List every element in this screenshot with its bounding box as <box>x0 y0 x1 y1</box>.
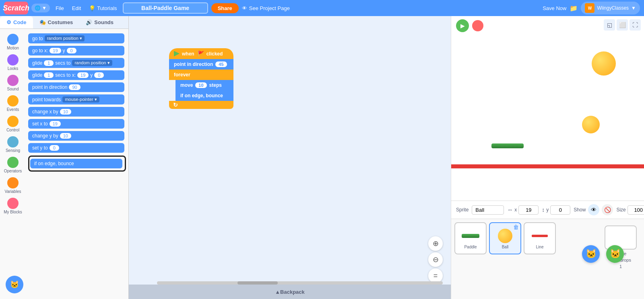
if-edge-bounce-ws-block[interactable]: if on edge, bounce <box>175 90 233 101</box>
y-label: y <box>546 207 549 213</box>
block-glide-random[interactable]: glide 1 secs to random position ▾ <box>28 58 124 68</box>
line-image <box>532 235 548 237</box>
project-title-input[interactable] <box>123 2 208 14</box>
paddle-image <box>462 234 479 238</box>
block-point-towards[interactable]: point towards mouse-pointer ▾ <box>28 94 124 104</box>
x-coord-group: ↔ x <box>507 205 539 215</box>
tab-costumes[interactable]: 🎭 Costumes <box>33 16 80 29</box>
show-eye-button[interactable]: 👁 <box>588 204 599 215</box>
globe-button[interactable]: 🌐 ▼ <box>31 4 50 12</box>
block-point-direction[interactable]: point in direction 90 <box>28 82 124 92</box>
category-myblocks[interactable]: My Blocks <box>1 196 25 216</box>
glide-random-dropdown[interactable]: random position ▾ <box>72 60 112 66</box>
backdrop-icon: 🐱 <box>610 250 621 258</box>
x-arrows-icon: ↔ <box>507 207 513 213</box>
green-flag-button[interactable]: ▶ <box>456 19 469 32</box>
block-set-x[interactable]: set x to 19 <box>28 119 124 129</box>
paddle-name: Paddle <box>464 245 477 249</box>
category-control[interactable]: Control <box>1 114 25 134</box>
sprite-tile-line[interactable]: Line <box>524 222 556 254</box>
block-change-x[interactable]: change x by 10 <box>28 107 124 117</box>
block-set-y[interactable]: set y to 0 <box>28 143 124 153</box>
code-icon: ⚙ <box>6 19 11 25</box>
block-edge-bounce[interactable]: if on edge, bounce <box>30 159 122 168</box>
add-backdrop-button[interactable]: 🐱 <box>606 245 624 263</box>
top-nav: Scratch 🌐 ▼ File Edit 💡 Tutorials Share … <box>0 0 644 16</box>
bottom-nav: 🐱 <box>6 276 23 293</box>
move-steps-block[interactable]: move 10 steps <box>175 80 233 90</box>
category-motion[interactable]: Motion <box>1 32 25 52</box>
backdrops-count: 1 <box>619 264 622 269</box>
code-area[interactable]: when 🚩 clicked point in direction 45 for… <box>129 16 451 299</box>
ball-delete-icon[interactable]: 🗑 <box>513 224 519 230</box>
stop-button[interactable] <box>472 20 483 31</box>
paddle-sprite-preview <box>491 143 524 148</box>
ball-sprite-main <box>582 116 600 133</box>
sprite-name-input[interactable] <box>472 205 504 215</box>
line-thumb <box>531 228 549 244</box>
category-looks[interactable]: Looks <box>1 53 25 72</box>
forever-block[interactable]: forever <box>169 70 233 80</box>
myblocks-label: My Blocks <box>4 210 22 214</box>
hide-eye-button[interactable]: 🚫 <box>602 204 613 215</box>
random-position-dropdown[interactable]: random position ▾ <box>45 35 85 41</box>
zoom-reset-button[interactable]: = <box>428 268 443 283</box>
block-go-to-random[interactable]: go to random position ▾ <box>28 33 124 43</box>
backpack-bar[interactable]: ▲ Backpack <box>129 285 451 299</box>
category-sidebar: Motion Looks Sound Events Control <box>0 29 26 299</box>
sound-icon: 🔊 <box>86 19 92 25</box>
operators-dot <box>7 157 19 168</box>
point-direction-ws-block[interactable]: point in direction 45 <box>169 59 233 70</box>
block-glide-xy[interactable]: glide 1 secs to x: 19 y 0 <box>28 70 124 80</box>
tutorials-link[interactable]: 💡 Tutorials <box>87 4 119 13</box>
stage-area: ▶ ◱ ⬜ ⛶ <box>451 16 644 201</box>
small-stage-button[interactable]: ◱ <box>604 19 615 31</box>
sprite-tiles: Paddle 🗑 Ball L <box>454 222 597 254</box>
block-go-to-xy[interactable]: go to x: 19 y 0 <box>28 46 124 55</box>
tabs-bar: ⚙ Code 🎭 Costumes 🔊 Sounds <box>0 16 128 29</box>
tab-code[interactable]: ⚙ Code <box>0 16 33 29</box>
category-operators[interactable]: Operators <box>1 155 25 175</box>
category-events[interactable]: Events <box>1 94 25 113</box>
sound-dot <box>7 75 19 86</box>
scrollbar-thumb[interactable] <box>237 281 278 285</box>
user-badge[interactable]: W WiingyClasses ▼ <box>581 2 640 14</box>
size-input[interactable] <box>627 205 644 215</box>
y-coord-input[interactable] <box>550 205 570 215</box>
fullscreen-button[interactable]: ⛶ <box>630 19 641 31</box>
user-avatar: W <box>585 3 594 13</box>
see-project-page-button[interactable]: 👁 See Project Page <box>242 5 290 11</box>
zoom-out-button[interactable]: ⊖ <box>428 252 443 267</box>
normal-stage-button[interactable]: ⬜ <box>617 19 628 31</box>
add-sprite-cat-button[interactable]: 🐱 <box>582 245 600 263</box>
blocks-list: go to random position ▾ go to x: 19 y 0 … <box>26 29 128 299</box>
category-sensing[interactable]: Sensing <box>1 135 25 154</box>
x-label: x <box>514 207 517 213</box>
save-now-button[interactable]: Save Now <box>543 5 566 11</box>
events-label: Events <box>7 107 19 112</box>
zoom-in-button[interactable]: ⊕ <box>428 236 443 251</box>
sound-label: Sound <box>7 87 19 91</box>
tab-sounds[interactable]: 🔊 Sounds <box>79 16 120 29</box>
scratch-logo[interactable]: Scratch <box>4 2 28 14</box>
flag-icon-ws <box>174 51 180 57</box>
stage-controls: ▶ <box>456 19 483 32</box>
sprite-tile-paddle[interactable]: Paddle <box>454 222 487 254</box>
edit-menu[interactable]: Edit <box>70 4 83 13</box>
when-flag-block[interactable]: when 🚩 clicked <box>169 48 233 59</box>
towards-dropdown[interactable]: mouse-pointer ▾ <box>62 96 99 102</box>
x-coord-input[interactable] <box>518 205 539 215</box>
horizontal-scrollbar[interactable] <box>157 281 443 285</box>
show-group: Show 👁 🚫 <box>574 204 613 215</box>
folder-icon[interactable]: 📁 <box>570 4 578 12</box>
block-change-y[interactable]: change y by 10 <box>28 131 124 141</box>
category-sound[interactable]: Sound <box>1 73 25 93</box>
file-menu[interactable]: File <box>53 4 66 13</box>
code-stack: when 🚩 clicked point in direction 45 for… <box>169 48 233 109</box>
sprite-tile-ball[interactable]: 🗑 Ball <box>489 222 521 254</box>
motion-dot <box>7 34 19 45</box>
control-dot <box>7 116 19 127</box>
category-variables[interactable]: Variables <box>1 176 25 195</box>
nav-cat-button[interactable]: 🐱 <box>6 276 23 293</box>
share-button[interactable]: Share <box>211 3 239 13</box>
